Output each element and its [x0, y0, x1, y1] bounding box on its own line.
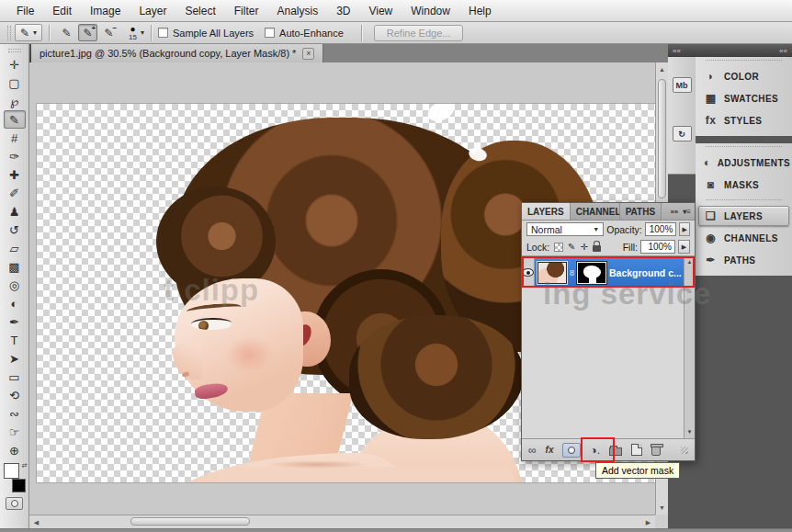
scroll-left-icon[interactable]: ◀ — [30, 516, 42, 528]
menu-help[interactable]: Help — [459, 2, 501, 20]
dock-button-adjustments[interactable]: ◐ADJUSTMENTS — [698, 153, 789, 173]
scroll-right-icon[interactable]: ▶ — [642, 516, 654, 528]
dock-label-paths: PATHS — [724, 255, 755, 266]
subtract-from-selection-mode-mark: − — [112, 24, 117, 32]
delete-layer-icon[interactable] — [651, 446, 661, 456]
zoom-tool[interactable]: ⊕ — [4, 441, 26, 459]
menu-edit[interactable]: Edit — [43, 2, 81, 20]
collapse-panels-icon[interactable]: «« — [673, 47, 681, 55]
tab-overflow-icon[interactable]: »» — [670, 208, 678, 216]
add-to-selection-mode[interactable]: ✎+ — [78, 24, 97, 41]
dock-button-swatches[interactable]: ▦SWATCHES — [698, 88, 789, 108]
history-brush-tool[interactable]: ↺ — [4, 221, 26, 239]
menu-image[interactable]: Image — [81, 2, 130, 20]
rotate-3d-tool[interactable]: ⟲ — [4, 386, 26, 404]
healing-brush-tool[interactable]: ✚ — [4, 165, 26, 184]
color-swatch-cluster: ⇄ — [3, 463, 27, 492]
opacity-label: Opacity: — [606, 224, 642, 235]
fill-value[interactable]: 100% — [640, 240, 675, 254]
lock-all-icon[interactable] — [593, 245, 601, 252]
chevron-down-icon[interactable]: ▾ — [141, 28, 144, 37]
tool-preset-picker[interactable]: ✎ ▾ — [15, 24, 42, 41]
new-selection-mode[interactable]: ✎ — [57, 24, 76, 41]
crop-tool[interactable]: # — [4, 129, 26, 147]
lock-pixels-icon[interactable]: ✎ — [568, 242, 575, 252]
pen-tool[interactable]: ✒ — [4, 312, 26, 331]
opacity-value[interactable]: 100% — [645, 222, 677, 236]
lasso-tool[interactable]: ℘ — [4, 92, 26, 110]
collapse-panels-icon[interactable]: «« — [779, 47, 787, 55]
dock-button-masks[interactable]: ◙MASKS — [698, 175, 789, 195]
menu-layer[interactable]: Layer — [130, 2, 175, 20]
subtract-from-selection-mode[interactable]: ✎− — [99, 24, 119, 41]
scroll-down-icon[interactable]: ▼ — [656, 502, 668, 514]
blend-mode-select[interactable]: Normal ▼ — [526, 222, 604, 236]
horizontal-scroll-thumb[interactable] — [130, 517, 250, 526]
opacity-spinner[interactable]: ▶ — [679, 222, 690, 236]
add-to-selection-mode-mark: + — [91, 24, 96, 32]
brush-tool[interactable]: ✐ — [4, 184, 26, 202]
layers-panel-tab-layers[interactable]: LAYERS — [522, 203, 571, 220]
sample-all-layers-checkbox[interactable] — [158, 28, 168, 38]
lock-label: Lock: — [526, 242, 549, 253]
mini-bridge-icon[interactable]: Mb — [673, 77, 692, 93]
rectangular-marquee-tool[interactable]: ▢ — [4, 74, 26, 92]
clone-stamp-tool[interactable]: ♟ — [4, 202, 26, 221]
fill-spinner[interactable]: ▶ — [678, 240, 690, 254]
menu-window[interactable]: Window — [402, 2, 459, 20]
horizontal-scrollbar[interactable]: ◀ ▶ — [29, 515, 655, 528]
dock-button-layers[interactable]: ❏LAYERS — [698, 206, 789, 226]
history-panel-icon[interactable]: ↻ — [673, 126, 692, 141]
foreground-color-swatch[interactable] — [4, 463, 19, 479]
menu-filter[interactable]: Filter — [225, 2, 268, 20]
menu-file[interactable]: File — [7, 2, 43, 20]
chevron-down-icon: ▾ — [33, 28, 37, 37]
quick-selection-tool[interactable]: ✎ — [4, 110, 26, 129]
dodge-tool[interactable]: ◐ — [4, 294, 26, 312]
close-icon[interactable]: × — [302, 48, 314, 60]
new-layer-icon[interactable] — [631, 444, 642, 456]
panel-resize-grip[interactable] — [681, 447, 688, 454]
hand-tool[interactable]: ☞ — [4, 423, 26, 441]
layer-style-icon[interactable]: fx — [546, 445, 554, 455]
quick-mask-button[interactable] — [6, 497, 23, 510]
link-layers-icon[interactable]: ∞ — [528, 444, 537, 457]
add-layer-mask-button[interactable] — [562, 443, 581, 458]
scroll-down-icon[interactable]: ▼ — [685, 427, 695, 437]
background-color-swatch[interactable] — [12, 479, 26, 492]
rectangle-tool[interactable]: ▭ — [4, 368, 26, 386]
menu-analysis[interactable]: Analysis — [267, 2, 327, 20]
dock-button-channels[interactable]: ◉CHANNELS — [698, 228, 789, 248]
move-tool[interactable]: ✛ — [4, 55, 26, 74]
eraser-tool[interactable]: ▱ — [4, 239, 26, 257]
panel-menu-icon[interactable]: ▾≡ — [683, 208, 691, 216]
blur-tool[interactable]: ◎ — [4, 276, 26, 294]
orbit-3d-tool[interactable]: ∾ — [4, 404, 26, 423]
refine-edge-button[interactable]: Refine Edge... — [374, 25, 464, 41]
path-selection-tool[interactable]: ➤ — [4, 349, 26, 368]
auto-enhance-checkbox[interactable] — [265, 28, 275, 38]
lock-position-icon[interactable]: ✛ — [581, 242, 588, 252]
sample-all-layers-label: Sample All Layers — [173, 28, 254, 39]
document-tab[interactable]: picture1.jpg @ 30.5% (Background copy, L… — [31, 44, 323, 62]
menu-view[interactable]: View — [359, 2, 402, 20]
lock-transparency-icon[interactable] — [554, 243, 563, 252]
separator — [151, 25, 152, 41]
dock-button-paths[interactable]: ✒PATHS — [698, 250, 789, 270]
vertical-scroll-thumb[interactable] — [658, 79, 666, 198]
default-colors-icon[interactable]: ⇄ — [22, 462, 28, 470]
eyedropper-tool[interactable]: ✑ — [4, 147, 26, 165]
layers-panel-tab-paths[interactable]: PATHS — [620, 203, 662, 220]
brush-size-picker[interactable]: ● 15 — [129, 25, 137, 41]
menu-3d[interactable]: 3D — [327, 2, 359, 20]
dock-button-color[interactable]: ◗COLOR — [698, 66, 789, 86]
layers-panel-tab-channels[interactable]: CHANNELS — [571, 203, 620, 220]
scroll-up-icon[interactable]: ▲ — [656, 63, 668, 75]
separator — [49, 25, 50, 41]
gradient-tool[interactable]: ▩ — [4, 257, 26, 276]
layer-list: 8 Background c... ▲ ▼ — [522, 255, 695, 438]
type-tool[interactable]: T — [4, 331, 26, 349]
panel-dock: ◗COLOR▦SWATCHESfxSTYLES ◐ADJUSTMENTS◙MAS… — [696, 57, 792, 528]
dock-button-styles[interactable]: fxSTYLES — [698, 110, 789, 130]
menu-select[interactable]: Select — [175, 2, 224, 20]
